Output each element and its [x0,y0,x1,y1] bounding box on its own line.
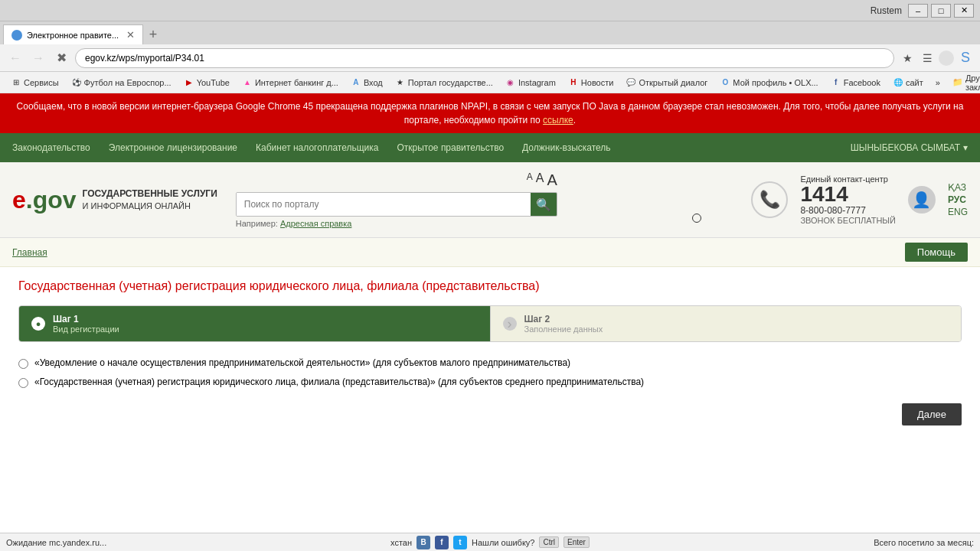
bookmark-football[interactable]: ⚽ Футбол на Евроспор... [67,76,176,90]
radio-option-2[interactable]: «Государственная (учетная) регистрация ю… [18,377,962,388]
bookmark-site[interactable]: 🌐 сайт [888,76,928,90]
font-size-controls: A A A [236,171,557,189]
bookmark-dialog[interactable]: 💬 Открытый диалог [621,76,712,90]
extension-icon1[interactable] [939,51,954,66]
bookmark-label: Новости [581,78,614,87]
notification-text: Сообщаем, что в новой версии интернет-бр… [17,101,964,126]
bookmark-services[interactable]: ⊞ Сервисы [6,76,64,90]
bookmark-icon: ⊞ [11,77,21,88]
breadcrumb-home[interactable]: Главная [12,247,47,258]
steps-bar: ● Шаг 1 Вид регистрации › Шаг 2 Заполнен… [18,305,962,342]
status-text: Ожидание mc.yandex.ru... [6,538,378,547]
bookmark-login[interactable]: A Вход [346,76,387,90]
tab-favicon [11,30,22,41]
bookmark-youtube[interactable]: ▶ YouTube [179,76,234,90]
search-input[interactable] [237,193,531,216]
step1-info: Шаг 1 Вид регистрации [53,314,119,334]
bookmark-portal[interactable]: ★ Портал государстве... [390,76,498,90]
forward-button[interactable]: → [29,49,47,67]
toolbar-icons: ★ ☰ S [899,50,974,67]
youtube-icon: ▶ [184,77,194,88]
vk-icon[interactable]: В [416,536,430,549]
login-icon: A [351,77,361,88]
address-input[interactable] [75,48,894,68]
extension-icon2[interactable]: S [957,50,974,67]
nav-legislation[interactable]: Законодательство [12,142,90,153]
step1-desc: Вид регистрации [53,324,119,334]
main-navigation: Законодательство Электронное лицензирова… [0,133,980,162]
window-user: Rustem [871,5,902,16]
reload-button[interactable]: ✖ [52,49,70,67]
radio-label-2: «Государственная (учетная) регистрация ю… [34,377,644,387]
bookmark-instagram[interactable]: ◉ Instagram [501,76,560,90]
help-button[interactable]: Помощь [905,243,968,262]
phone-icon: 📞 [760,190,780,210]
font-small-button[interactable]: A [527,171,533,189]
radio-input-2[interactable] [18,378,28,388]
tab-close-button[interactable]: ✕ [126,29,135,41]
language-links: ҚАЗ РУС ENG [948,182,968,217]
bookmark-star-icon[interactable]: ★ [899,50,916,67]
step2-desc: Заполнение данных [524,324,603,334]
contact-text: Единый контакт-центр 1414 8-800-080-7777… [800,174,896,225]
new-tab-button[interactable]: + [143,24,163,44]
tab-bar: Электронное правите... ✕ + [0,21,980,44]
nav-licensing[interactable]: Электронное лицензирование [109,142,237,153]
lang-kaz[interactable]: ҚАЗ [948,182,968,193]
maximize-button[interactable]: □ [931,4,951,18]
olx-icon: O [720,77,730,88]
chrome-menu-icon[interactable]: ☰ [919,50,936,67]
bookmark-profile[interactable]: O Мой профиль • OLX... [715,76,822,90]
close-button[interactable]: ✕ [954,4,974,18]
bookmarks-more-button[interactable]: » [931,77,945,89]
bookmarks-other-folder[interactable]: 📁 Другие закладки [948,72,980,93]
bookmark-news[interactable]: Н Новости [564,76,619,90]
nav-taxpayer[interactable]: Кабинет налогоплательщика [256,142,378,153]
bookmark-label: сайт [906,78,923,87]
browser-content: Сообщаем, что в новой версии интернет-бр… [0,93,980,438]
bookmark-facebook[interactable]: f Facebook [826,76,885,90]
country-text: хстан [390,538,412,547]
active-tab[interactable]: Электронное правите... ✕ [3,24,143,44]
breadcrumb: Главная [12,247,47,258]
lang-rus[interactable]: РУС [948,194,968,205]
nav-user-menu[interactable]: ШЫНЫБЕКОВА СЫМБАТ ▾ [851,142,968,153]
nav-debtor[interactable]: Должник-взыскатель [522,142,610,153]
minimize-button[interactable]: – [908,4,928,18]
twitter-icon[interactable]: t [453,536,467,549]
logo-subtitle2: И ИНФОРМАЦИЯ ОНЛАЙН [83,201,217,212]
radio-input-1[interactable] [18,359,28,369]
bookmark-banking[interactable]: ▲ Интернет банкинг д... [237,76,343,90]
contact-free: ЗВОНОК БЕСПЛАТНЫЙ [800,216,896,225]
facebook-icon: f [831,77,841,88]
phone-icon-circle: 📞 [751,181,788,218]
back-button[interactable]: ← [6,49,24,67]
search-box: 🔍 [236,192,557,217]
dialog-icon: 💬 [626,77,636,88]
nav-dropdown-icon: ▾ [963,142,968,153]
bookmark-label: Вход [364,78,383,87]
user-avatar: 👤 [908,186,936,214]
enter-key: Enter [564,536,590,548]
font-large-button[interactable]: A [547,171,557,189]
search-button[interactable]: 🔍 [531,193,557,216]
font-medium-button[interactable]: A [536,171,544,189]
ctrl-key: Ctrl [539,536,559,548]
step-1: ● Шаг 1 Вид регистрации [19,306,490,341]
search-example-link[interactable]: Адресная справка [280,219,351,228]
facebook-social-icon[interactable]: f [435,536,449,549]
bookmark-label: Мой профиль • OLX... [733,78,818,87]
logo-area: e.gov ГОСУДАРСТВЕННЫЕ УСЛУГИ И ИНФОРМАЦИ… [12,186,217,214]
status-bar: Ожидание mc.yandex.ru... хстан В f t Наш… [0,533,980,551]
next-button[interactable]: Далее [902,403,962,425]
bookmarks-bar: ⊞ Сервисы ⚽ Футбол на Евроспор... ▶ YouT… [0,72,980,93]
title-bar: Rustem – □ ✕ [0,0,980,21]
football-icon: ⚽ [71,77,82,88]
notification-link[interactable]: ссылке [543,115,573,126]
lang-eng[interactable]: ENG [948,207,968,217]
instagram-icon: ◉ [505,77,516,88]
radio-option-1[interactable]: «Уведомление о начале осуществления пред… [18,357,962,369]
step1-num: Шаг 1 [53,314,119,324]
nav-open-gov[interactable]: Открытое правительство [397,142,504,153]
folder-label: Другие закладки [965,73,980,92]
